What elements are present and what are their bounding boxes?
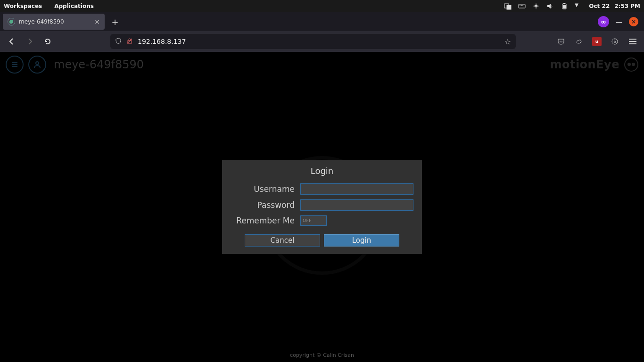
app-menu-button[interactable] bbox=[628, 37, 637, 46]
pocket-icon[interactable] bbox=[556, 37, 566, 46]
browser-toolbar: 192.168.8.137 ☆ u S bbox=[0, 31, 644, 52]
svg-text:S: S bbox=[613, 40, 616, 44]
volume-icon[interactable] bbox=[546, 2, 554, 10]
new-tab-button[interactable]: + bbox=[108, 15, 122, 28]
tab-close-button[interactable]: × bbox=[94, 18, 100, 25]
svg-rect-2 bbox=[519, 4, 525, 8]
insecure-lock-icon[interactable] bbox=[126, 37, 133, 46]
battery-icon[interactable] bbox=[561, 2, 568, 10]
browser-tab[interactable]: meye-649f8590 × bbox=[3, 14, 105, 30]
login-button[interactable]: Login bbox=[324, 234, 399, 247]
back-button[interactable] bbox=[5, 34, 19, 49]
login-dialog: Login Username Password Remember Me OFF bbox=[222, 160, 422, 254]
page-content: meye-649f8590 motionEye Login Username bbox=[0, 52, 644, 362]
shield-icon[interactable] bbox=[115, 37, 122, 46]
panel-date: Oct 22 bbox=[589, 3, 610, 9]
url-bar[interactable]: 192.168.8.137 ☆ bbox=[110, 34, 516, 49]
svg-rect-7 bbox=[563, 3, 565, 4]
extension-burp-icon[interactable] bbox=[574, 37, 584, 46]
panel-workspaces[interactable]: Workspaces bbox=[4, 3, 42, 9]
reload-button[interactable] bbox=[41, 34, 55, 49]
airplane-mode-icon[interactable] bbox=[532, 2, 540, 10]
svg-rect-8 bbox=[563, 5, 566, 8]
favicon-icon bbox=[8, 18, 15, 25]
bookmark-star-icon[interactable]: ☆ bbox=[504, 37, 511, 46]
forward-button bbox=[23, 34, 37, 49]
keyboard-icon[interactable] bbox=[518, 2, 526, 10]
username-label: Username bbox=[231, 184, 300, 194]
tab-strip: meye-649f8590 × + ∞ — × bbox=[0, 12, 644, 31]
cancel-button[interactable]: Cancel bbox=[245, 234, 320, 247]
noscript-icon[interactable]: S bbox=[610, 37, 619, 46]
password-input[interactable] bbox=[300, 199, 413, 211]
panel-clock[interactable]: Oct 22 2:53 PM bbox=[589, 3, 640, 9]
username-input[interactable] bbox=[300, 183, 413, 195]
desktop-panel: Workspaces Applications ▼ Oct 22 2:53 PM bbox=[0, 0, 644, 12]
chevron-down-icon[interactable]: ▼ bbox=[575, 2, 582, 10]
tab-title: meye-649f8590 bbox=[19, 18, 64, 25]
remember-me-toggle[interactable]: OFF bbox=[300, 215, 327, 226]
svg-rect-1 bbox=[507, 5, 511, 9]
ublock-icon[interactable]: u bbox=[592, 37, 602, 46]
password-label: Password bbox=[231, 200, 300, 210]
window-minimize-button[interactable]: — bbox=[615, 17, 623, 26]
toggle-state: OFF bbox=[301, 218, 314, 223]
browser-window: meye-649f8590 × + ∞ — × 192.168.8.137 bbox=[0, 12, 644, 362]
dialog-title: Login bbox=[231, 166, 413, 176]
footer: copyright © Calin Crisan bbox=[0, 349, 644, 358]
window-close-button[interactable]: × bbox=[629, 17, 638, 26]
remember-me-label: Remember Me bbox=[231, 216, 300, 225]
system-tray: ▼ bbox=[504, 2, 582, 10]
toggle-knob bbox=[314, 216, 326, 225]
extension-icon[interactable]: ∞ bbox=[598, 16, 609, 27]
modal-overlay: Login Username Password Remember Me OFF bbox=[0, 52, 644, 362]
tray-app-icon[interactable] bbox=[504, 2, 512, 10]
panel-applications[interactable]: Applications bbox=[54, 3, 94, 9]
url-text: 192.168.8.137 bbox=[138, 38, 500, 45]
panel-time: 2:53 PM bbox=[614, 3, 640, 9]
